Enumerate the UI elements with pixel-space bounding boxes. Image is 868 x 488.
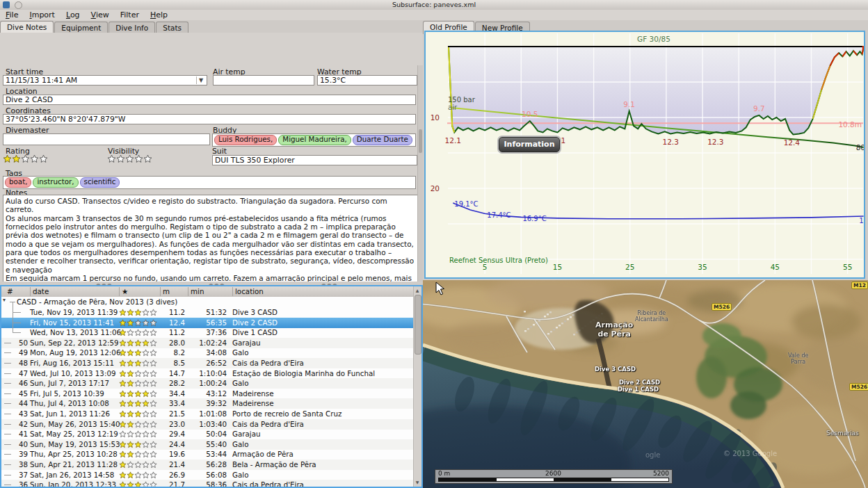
location-input[interactable]: Dive 2 CASD [3,95,416,105]
trip-row[interactable]: ▾ CASD - Armação de Pêra, Nov 2013 (3 di… [1,297,413,307]
dive-row[interactable]: 42 Sun, May 26, 2013 15:40 23.0 1:03:40 … [1,419,413,430]
menubar: FileImportLogViewFilterHelp [0,10,868,20]
dive-row[interactable]: 37 Sat, Jan 26, 2013 14:58 26.9 56:08 Ga… [1,470,413,480]
dive-location: Dive 2 CASD [232,318,278,327]
dive-number: 38 [15,460,28,469]
star-icon [134,400,142,407]
tag-chip[interactable]: boat, [5,177,31,188]
buddy-chip[interactable]: Duarte Duarte [353,135,412,145]
map-place-label: Ribeira de Alcantarilha [635,310,668,323]
dive-row[interactable]: Wed, Nov 13, 2013 11:06 11.2 37:36 Dive … [1,327,413,338]
star-icon [119,441,127,448]
air-temp-input[interactable] [213,75,314,86]
star-icon [142,450,150,458]
menu-item-file[interactable]: File [0,10,24,20]
column-header-3[interactable]: m [160,287,170,296]
dive-rating [119,450,157,458]
svg-text:19.1°C: 19.1°C [454,200,478,208]
dive-rating [119,349,157,357]
dive-location: Porto de recreio de Santa Cruz [232,409,341,418]
dive-list-header[interactable]: #date★mminlocation [1,286,413,298]
star-icon [150,380,157,387]
tag-chip[interactable]: scientific [80,177,120,188]
dive-row[interactable]: 46 Sun, Jul 7, 2013 17:17 28.2 1:00:24 G… [1,378,413,389]
dive-row[interactable]: 43 Sat, Jun 1, 2013 11:26 21.5 1:01:08 P… [1,409,413,419]
dive-row[interactable]: 44 Thu, Jul 4, 2013 10:08 33.4 39:32 Mad… [1,398,413,409]
star-icon [142,380,150,387]
dive-site-marker[interactable]: Dive 3 CASD [595,366,636,373]
svg-text:12.3: 12.3 [707,138,723,146]
water-temp-input[interactable]: 15.3°C [317,75,417,86]
dive-row[interactable]: 40 Sun, May 19, 2013 15:53 24.4 55:40 Ga… [1,439,413,450]
menu-item-log[interactable]: Log [61,10,86,20]
column-header-4[interactable]: min [188,287,204,296]
column-header-0[interactable]: # [5,287,13,296]
dive-duration: 26:52 [188,359,227,367]
dive-date: Fri, Aug 16, 2013 15:11 [30,359,114,367]
map-place-label: Vale de Parra [788,352,808,365]
start-time-combo[interactable]: 11/15/13 11:41 AM ▼ [3,75,207,86]
star-icon [134,319,142,327]
star-icon [12,154,21,163]
menu-item-filter[interactable]: Filter [115,10,145,20]
dive-date: Thu, Jul 4, 2013 10:08 [30,399,109,407]
collapse-arrow-icon[interactable]: ▾ [3,297,6,303]
form-scrollbar[interactable] [417,65,423,315]
star-icon [150,319,157,327]
dive-site-map[interactable]: Armação de PêraRibeira de AlcantarilhaVa… [423,280,868,488]
dive-row[interactable]: Tue, Nov 19, 2013 11:39 11.2 51:32 Dive … [1,307,413,318]
dive-site-marker[interactable]: Dive 2 CASD [619,379,660,386]
dive-depth: 19.6 [160,450,185,458]
window-titlebar[interactable]: Subsurface: paneves.xml [0,0,868,10]
column-header-5[interactable]: location [232,287,264,296]
star-icon [119,390,127,398]
dive-list-scrollbar[interactable]: ▲ ▼ [413,286,421,487]
dive-duration: 37:36 [188,328,227,336]
star-icon [134,481,142,487]
suit-input[interactable]: DUI TLS 350 Explorer [212,155,417,165]
trip-title: CASD - Armação de Pêra, Nov 2013 (3 dive… [17,298,177,306]
star-icon [127,430,134,438]
divemaster-input[interactable] [3,133,210,145]
coordinates-input[interactable]: 37°05'23.460"N 8°20'47.879"W [3,114,416,124]
dive-rating [119,461,157,469]
information-button[interactable]: Information [499,137,560,152]
menu-item-help[interactable]: Help [145,10,173,20]
rating-stars[interactable] [3,154,48,163]
star-icon [142,339,150,347]
scroll-down-icon[interactable]: ▼ [414,479,421,486]
dive-row[interactable]: 36 Sun, Jan 20, 2013 12:33 21.7 58:36 Ca… [1,480,413,487]
dive-site-marker[interactable]: Dive 1 CASD [618,386,659,393]
scrollbar-thumb[interactable] [415,295,421,355]
svg-text:12.3: 12.3 [662,138,678,146]
star-icon [134,370,142,377]
tags-input[interactable]: boat,instructor,scientific [3,176,416,189]
menu-item-import[interactable]: Import [24,10,61,20]
column-header-2[interactable]: ★ [119,287,128,296]
dive-row[interactable]: 39 Thu, Apr 25, 2013 10:28 19.6 53:44 Ar… [1,449,413,459]
menu-item-view[interactable]: View [86,10,115,20]
dive-row[interactable]: 41 Sat, May 25, 2013 12:19 29.4 50:04 Ga… [1,429,413,439]
dive-row[interactable]: Fri, Nov 15, 2013 11:41 12.4 56:35 Dive … [1,318,413,328]
star-icon [142,410,150,418]
column-header-1[interactable]: date [30,287,49,296]
dive-row[interactable]: 47 Wed, Jul 10, 2013 13:09 14.7 1:10:04 … [1,368,413,379]
star-icon [142,481,150,487]
dive-row[interactable]: 50 Sun, Sep 22, 2013 12:59 28.0 1:02:24 … [1,338,413,348]
tag-chip[interactable]: instructor, [33,177,78,188]
buddy-chip[interactable]: Miguel Madureira, [278,135,351,145]
dive-row[interactable]: 38 Sun, Apr 21, 2013 11:28 21.4 56:28 Be… [1,459,413,470]
dive-row[interactable]: 45 Fri, Jul 5, 2013 10:39 34.4 43:12 Mad… [1,389,413,399]
visibility-stars[interactable] [107,154,152,163]
dive-number: 40 [15,440,28,448]
scroll-up-icon[interactable]: ▲ [414,287,421,294]
star-icon [142,319,150,327]
dive-row[interactable]: 49 Mon, Aug 19, 2013 12:06 8.2 34:08 Gal… [1,348,413,358]
dive-duration: 43:12 [188,389,227,398]
buddy-input[interactable]: Luis Rodrigues,Miguel Madureira,Duarte D… [212,133,416,147]
dive-location: Cais da Pedra d'Eira [232,480,304,487]
buddy-chip[interactable]: Luis Rodrigues, [214,135,277,145]
chevron-down-icon[interactable]: ▼ [196,76,205,84]
star-icon [119,349,127,357]
dive-row[interactable]: 48 Fri, Aug 16, 2013 15:11 8.5 26:52 Cai… [1,358,413,368]
